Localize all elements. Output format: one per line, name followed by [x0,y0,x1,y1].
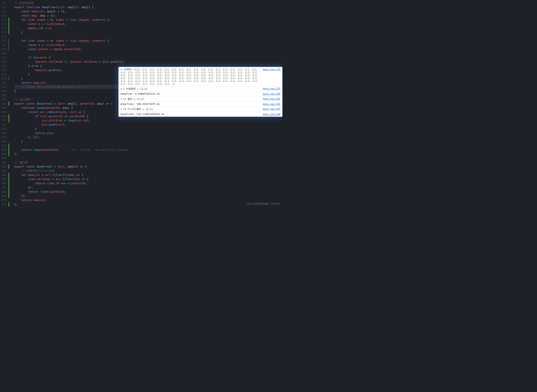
code-line[interactable]: return newList; [14,198,128,202]
line-number: 217 [1,22,7,26]
console-message: (4000) [{…}, {…}, {…}, {…}, {…}, {…}, {…… [120,68,261,85]
code-area[interactable]: // 列表转树形export function deepTree(list: a… [12,0,128,206]
code-line[interactable]: }; [14,152,128,156]
line-number: 212 [1,1,7,5]
line-number: 221 [1,39,7,43]
expand-triangle-icon[interactable] [121,88,122,90]
console-log-row[interactable]: l 引用类型 ▸ [{…}]menu.vue:137 [119,86,282,92]
code-line[interactable]: export const deepTree3 = (arr: any[]) =>… [14,164,128,169]
line-number: 214 [1,9,7,14]
code-line[interactable]: // 递归遍历 [14,97,128,102]
expand-triangle-icon[interactable] [121,108,122,110]
code-line[interactable] [14,144,128,148]
code-line[interactable]: function loop(parentId: any) { [14,106,128,110]
line-number: 251 [1,118,7,122]
code-line[interactable]: }; [14,202,128,206]
line-number: 229 [1,72,7,76]
line-number: 267 [1,185,7,190]
fold-chevron-icon[interactable]: › [10,85,11,88]
code-line[interactable]: let newList = arr.filter((item) => { [14,173,128,177]
code-line[interactable]: item.children = arr.filter((e) => { [14,177,128,181]
devtools-console-panel[interactable]: (4000) [{…}, {…}, {…}, {…}, {…}, {…}, {…… [119,67,282,117]
code-line[interactable]: if (parent) { [14,55,128,60]
code-line[interactable]: const map: any = {}; [14,14,128,18]
code-line[interactable]: return newList; [14,81,128,85]
line-number: 226 [1,60,7,64]
code-line[interactable]: } [14,76,128,81]
code-line[interactable]: } else { [14,64,128,68]
console-source-link[interactable]: menu.vue:133 [263,68,280,71]
line-number: 263 [1,169,7,173]
console-log-row[interactable]: deepTree2: 106.326171875 msmenu.vue:143 [119,102,282,107]
console-log-row[interactable]: l2 递归 ▸ [{…}]menu.vue:142 [119,96,282,102]
line-number: 218 [1,26,7,30]
console-source-link[interactable]: menu.vue:142 [263,97,280,100]
code-line[interactable]: export const deepTree2 = (arr: any[], pa… [14,102,128,106]
code-line[interactable]: map[e.id] = e; [14,26,128,30]
code-line[interactable]: // const fn = (list: Array<any>) => {··· [14,85,128,89]
code-line[interactable]: return item.id === e.parentId; [14,181,128,185]
code-line[interactable]: return !item.parentId; [14,190,128,194]
code-line[interactable]: for (let index = 0; index < list.length;… [14,39,128,43]
console-log-row[interactable]: l3 filter循环 ▸ [{…}]menu.vue:147 [119,107,282,112]
code-line[interactable]: const e = list[index]; [14,22,128,26]
line-number: 222 [1,43,7,47]
code-line[interactable]: } [14,72,128,76]
code-line[interactable]: (parent.children || (parent.children = [… [14,60,128,64]
line-number: 231 [1,81,7,85]
code-line[interactable]: return loop(parentId); You, 2小时前 · Uncom… [14,148,128,152]
console-message: deepTree3: 110.174072265625 ms [120,113,261,116]
expand-triangle-icon[interactable] [121,98,122,100]
console-log-row[interactable]: deepTree3: 110.174072265625 msmenu.vue:1… [119,112,282,117]
console-source-link[interactable]: menu.vue:138 [263,93,280,95]
console-source-link[interactable]: menu.vue:148 [263,113,280,116]
console-source-link[interactable]: menu.vue:143 [263,103,280,106]
code-line[interactable] [14,93,128,97]
line-number: 247 [1,102,7,106]
code-line[interactable] [14,51,128,55]
code-line[interactable]: pre.push(cur); [14,122,128,127]
console-message: l2 递归 ▸ [{…}] [120,97,261,101]
line-number: 257 [1,144,7,148]
line-number: 262 [1,164,7,169]
console-log-row[interactable]: (4000) [{…}, {…}, {…}, {…}, {…}, {…}, {…… [119,67,282,86]
console-source-link[interactable]: menu.vue:137 [263,87,280,90]
code-line[interactable]: newList.push(e); [14,68,128,72]
code-line[interactable]: }); [14,185,128,190]
line-number: 254 [1,131,7,135]
code-line[interactable]: const e = list[index]; [14,43,128,47]
code-line[interactable]: // 利用两层filter实现 [14,169,128,173]
line-number: 230 [1,76,7,81]
console-log-row[interactable]: deepTree: 0.598876953125 msmenu.vue:138 [119,92,282,96]
code-line[interactable]: const parent = map[e.parentId]; [14,47,128,51]
line-number: 258 [1,148,7,152]
line-number: 252 [1,122,7,127]
code-line[interactable]: for (let index = 0; index < list.length;… [14,18,128,22]
code-line[interactable]: }, []); [14,135,128,139]
line-number: 224 [1,51,7,55]
code-line[interactable]: } [14,127,128,131]
code-line[interactable]: const newList: any[] = []; [14,9,128,14]
code-line[interactable]: cur.children = loop(cur.id); [14,118,128,122]
line-number: 270 [1,198,7,202]
code-line[interactable]: export function deepTree(list: any[]): a… [14,5,128,9]
code-line[interactable]: } [14,30,128,34]
line-number: 223 [1,47,7,51]
line-number: 259 [1,152,7,156]
line-number: 268 [1,190,7,194]
code-line[interactable] [14,34,128,39]
line-number: 260 [1,156,7,160]
code-line[interactable]: return arr.reduce((pre, cur) => { [14,110,128,114]
code-line[interactable]: }); [14,194,128,198]
code-line[interactable]: // 遍历树 [14,160,128,164]
line-number: 246 [1,97,7,102]
line-number: 215 [1,14,7,18]
code-line[interactable]: // 列表转树形 [14,1,128,5]
console-source-link[interactable]: menu.vue:147 [263,107,280,110]
code-line[interactable]: } [14,89,128,93]
expand-triangle-icon[interactable] [121,69,122,70]
code-line[interactable] [14,156,128,160]
code-line[interactable]: } [14,139,128,144]
code-line[interactable]: if (cur.parentId == parentId) { [14,114,128,118]
code-line[interactable]: return pre; [14,131,128,135]
